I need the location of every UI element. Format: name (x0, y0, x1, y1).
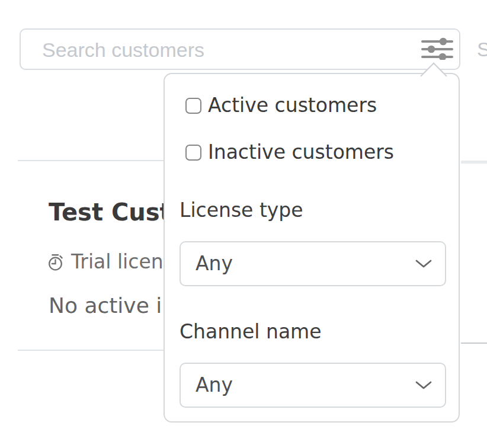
channel-name-select-value: Any (196, 373, 233, 397)
active-customers-option[interactable]: Active customers (185, 94, 377, 117)
active-customers-checkbox[interactable] (185, 98, 201, 114)
license-row: Trial licens (47, 251, 174, 273)
filter-panel: Active customers Inactive customers Lice… (164, 73, 460, 423)
right-divider-top (461, 161, 487, 164)
license-type-select[interactable]: Any (180, 241, 446, 286)
active-customers-label[interactable]: Active customers (208, 94, 377, 117)
chevron-down-icon (415, 260, 432, 268)
stopwatch-icon (47, 254, 64, 271)
customer-name-heading: Test Cust (49, 199, 171, 226)
license-type-label: License type (180, 199, 303, 222)
customers-divider-top (18, 160, 166, 161)
inactive-customers-label[interactable]: Inactive customers (208, 140, 394, 164)
inactive-customers-checkbox[interactable] (185, 145, 201, 161)
customers-divider-bottom (18, 350, 166, 351)
search-input[interactable] (41, 30, 411, 70)
installations-status-text: No active in (49, 294, 175, 318)
filter-sliders-icon[interactable] (421, 37, 453, 60)
right-divider-bottom (461, 343, 487, 344)
license-type-select-value: Any (196, 252, 233, 276)
channel-name-select[interactable]: Any (180, 363, 446, 408)
sort-partial-text[interactable]: S (477, 38, 487, 60)
inactive-customers-option[interactable]: Inactive customers (185, 140, 394, 164)
license-type-text: Trial licens (71, 251, 174, 273)
chevron-down-icon (415, 381, 432, 389)
search-bar (20, 28, 460, 70)
channel-name-label: Channel name (180, 320, 322, 344)
